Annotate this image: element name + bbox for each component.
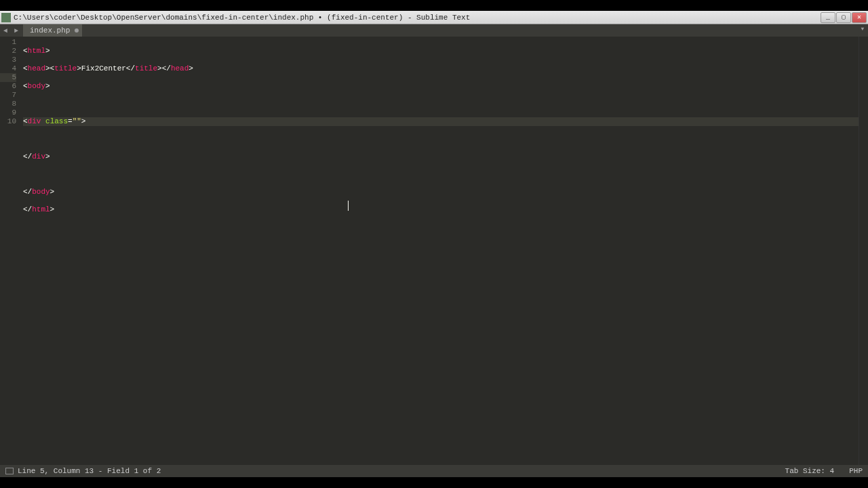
code-token: < (23, 117, 28, 125)
line-number: 5 (0, 73, 16, 82)
code-token: </ (23, 152, 32, 161)
console-toggle-icon[interactable] (5, 468, 14, 474)
tab-bar: ◄ ► ▼ (0, 24, 868, 37)
code-token: div (32, 152, 45, 161)
code-token: > (45, 82, 50, 90)
code-token: "" (73, 117, 81, 125)
code-token: < (23, 82, 28, 90)
code-token: > (81, 117, 86, 125)
line-number: 7 (0, 91, 16, 100)
code-token: div (28, 117, 41, 125)
app-window: C:\Users\coder\Desktop\OpenServer\domain… (0, 11, 868, 477)
code-token: > (50, 205, 55, 214)
dirty-indicator-icon (75, 28, 79, 33)
minimap[interactable] (859, 37, 868, 465)
status-bar: Line 5, Column 13 - Field 1 of 2 Tab Siz… (0, 465, 868, 477)
status-tab-size[interactable]: Tab Size: 4 (785, 467, 835, 475)
code-token: > (189, 64, 193, 73)
close-button[interactable]: ✕ (852, 12, 867, 23)
code-token: head (171, 64, 189, 73)
code-token: < (23, 47, 28, 55)
code-token: html (32, 205, 50, 214)
code-token: > (45, 47, 50, 55)
forward-icon[interactable]: ► (12, 26, 21, 35)
code-token: </ (23, 205, 32, 214)
line-number: 9 (0, 108, 16, 117)
code-token: </ (126, 64, 135, 73)
line-number: 10 (0, 117, 16, 126)
maximize-button[interactable]: ▢ (836, 12, 851, 23)
tabs-dropdown-icon[interactable]: ▼ (857, 26, 868, 35)
status-syntax[interactable]: PHP (849, 467, 863, 475)
code-token: class (45, 117, 68, 125)
tab-index-php[interactable]: index.php (23, 24, 82, 37)
code-token: > (45, 152, 50, 161)
editor[interactable]: 1 2 3 4 5 6 7 8 9 10 <html> <head><title… (0, 37, 868, 465)
code-token: >< (45, 64, 54, 73)
code-token: </ (23, 188, 32, 196)
code-token: body (32, 188, 50, 196)
code-token: > (50, 188, 55, 196)
status-cursor-position: Line 5, Column 13 - Field 1 of 2 (18, 467, 770, 475)
line-number: 3 (0, 56, 16, 64)
line-number: 2 (0, 47, 16, 56)
minimize-button[interactable]: _ (821, 12, 835, 23)
code-token: < (23, 64, 28, 73)
text-cursor-icon (348, 201, 349, 211)
code-token: title (135, 64, 157, 73)
code-token: > (77, 64, 81, 73)
tab-label: index.php (30, 26, 70, 35)
code-token: head (28, 64, 45, 73)
window-controls: _ ▢ ✕ (820, 12, 867, 23)
line-number: 6 (0, 82, 16, 91)
line-number: 4 (0, 64, 16, 73)
window-title: C:\Users\coder\Desktop\OpenServer\domain… (14, 14, 820, 22)
titlebar[interactable]: C:\Users\coder\Desktop\OpenServer\domain… (0, 11, 868, 24)
code-token: Fix2Center (81, 64, 126, 73)
line-number: 1 (0, 38, 16, 47)
code-token: body (28, 82, 45, 90)
code-token: html (28, 47, 45, 55)
app-icon (1, 13, 11, 22)
back-icon[interactable]: ◄ (1, 26, 10, 35)
code-token: ></ (157, 64, 171, 73)
code-token: = (68, 117, 73, 125)
line-number-gutter: 1 2 3 4 5 6 7 8 9 10 (0, 37, 20, 465)
code-token: title (54, 64, 77, 73)
code-area[interactable]: <html> <head><title>Fix2Center</title></… (20, 37, 859, 465)
line-number: 8 (0, 100, 16, 108)
